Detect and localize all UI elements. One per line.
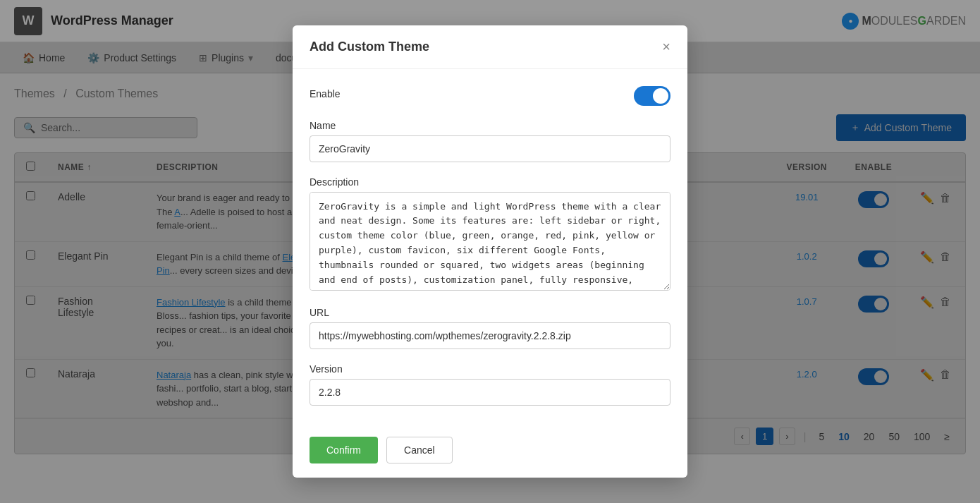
description-textarea[interactable] (310, 192, 670, 291)
version-field-row: Version (310, 363, 670, 406)
name-input[interactable] (310, 135, 670, 162)
enable-field-row: Enable (310, 86, 670, 106)
modal-title: Add Custom Theme (310, 40, 429, 54)
modal-close-button[interactable]: × (662, 40, 670, 54)
enable-label: Enable (310, 88, 341, 99)
cancel-button[interactable]: Cancel (386, 437, 453, 463)
description-label: Description (310, 176, 670, 188)
name-label: Name (310, 120, 670, 131)
url-input[interactable] (310, 322, 670, 349)
url-label: URL (310, 307, 670, 318)
url-field-row: URL (310, 307, 670, 349)
modal-footer: Confirm Cancel (293, 437, 687, 468)
modal-body: Enable Name Description URL (293, 69, 687, 437)
enable-toggle[interactable] (634, 86, 670, 106)
version-input[interactable] (310, 379, 670, 406)
name-field-row: Name (310, 120, 670, 162)
description-field-row: Description (310, 176, 670, 293)
add-custom-theme-modal: Add Custom Theme × Enable Name Descripti… (293, 25, 687, 468)
version-label: Version (310, 363, 670, 375)
modal-header: Add Custom Theme × (293, 25, 687, 69)
confirm-button[interactable]: Confirm (310, 437, 378, 463)
modal-overlay: Add Custom Theme × Enable Name Descripti… (0, 0, 980, 468)
